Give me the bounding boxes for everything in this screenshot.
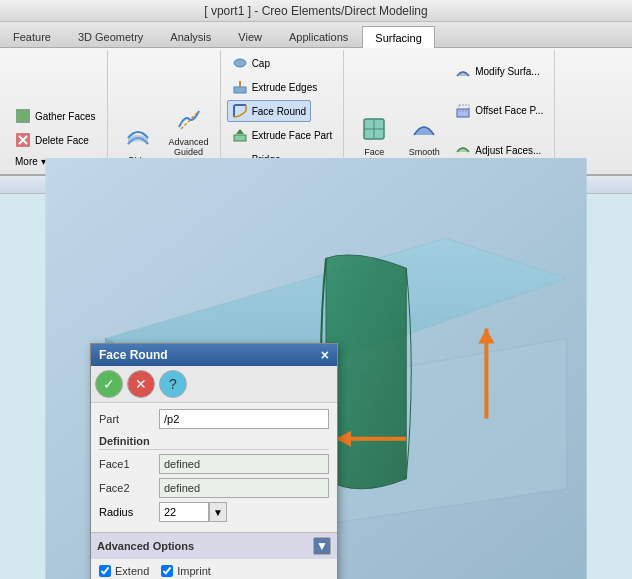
title-bar: [ vport1 ] - Creo Elements/Direct Modeli… [0,0,632,22]
advanced-options-header[interactable]: Advanced Options ▼ [91,532,337,559]
part-label: Part [99,413,159,425]
face2-row: Face2 defined [99,478,329,498]
face-editor-icon [358,113,390,145]
ok-icon: ✓ [103,376,115,392]
face-round-dialog: Face Round × ✓ ✕ ? Part Definition Fac [90,343,338,579]
gather-faces-label: Gather Faces [35,111,96,122]
adjust-faces-icon [455,142,471,158]
tab-feature[interactable]: Feature [0,25,64,47]
adjust-faces-label: Adjust Faces... [475,145,541,156]
dialog-titlebar[interactable]: Face Round × [91,344,337,366]
extrude-edges-label: Extrude Edges [252,82,318,93]
extrude-face-part-label: Extrude Face Part [252,130,333,141]
advanced-guided-icon [173,103,205,135]
offset-face-icon [455,103,471,119]
offset-face-label: Offset Face P... [475,105,543,116]
cancel-icon: ✕ [135,376,147,392]
delete-face-icon [15,132,31,148]
tab-bar: Feature 3D Geometry Analysis View Applic… [0,22,632,48]
extend-row: Extend [99,565,149,577]
smooth-surface-icon [408,113,440,145]
dialog-close-btn[interactable]: × [321,348,329,362]
extend-checkbox[interactable] [99,565,111,577]
ribbon-group-faces: Gather Faces Delete Face More ▾ [4,50,108,172]
dialog-title: Face Round [99,348,168,362]
delete-face-label: Delete Face [35,135,89,146]
cap-icon [232,55,248,71]
ribbon: Gather Faces Delete Face More ▾ [0,48,632,176]
svg-marker-8 [236,129,244,134]
skin-icon [122,122,154,154]
part-input[interactable] [159,409,329,429]
advanced-options-label: Advanced Options [97,540,194,552]
modify-surface-icon [455,64,471,80]
ribbon-group-skin: Skin AdvancedGuidedLoft [108,50,221,172]
imprint-checkbox[interactable] [161,565,173,577]
offset-face-btn[interactable]: Offset Face P... [450,100,548,122]
radius-row: Radius ▼ [99,502,329,522]
delete-face-btn[interactable]: Delete Face [10,129,94,151]
extrude-face-part-icon [232,127,248,143]
gather-faces-icon [15,108,31,124]
face2-label: Face2 [99,482,159,494]
svg-rect-12 [457,109,469,117]
imprint-row: Imprint [161,565,211,577]
title-text: [ vport1 ] - Creo Elements/Direct Modeli… [204,4,427,18]
help-btn[interactable]: ? [159,370,187,398]
cap-label: Cap [252,58,270,69]
svg-rect-7 [234,135,246,141]
extend-label: Extend [115,565,149,577]
ribbon-group-cap: Cap Extrude Edges Face R [221,50,345,172]
face1-row: Face1 defined [99,454,329,474]
gather-faces-btn[interactable]: Gather Faces [10,105,101,127]
part-row: Part [99,409,329,429]
modify-surface-label: Modify Surfa... [475,66,539,77]
dialog-body: Part Definition Face1 defined Face2 defi… [91,403,337,532]
radius-input[interactable] [159,502,209,522]
radius-dropdown-btn[interactable]: ▼ [209,502,227,522]
dialog-toolbar: ✓ ✕ ? [91,366,337,403]
advanced-options-body: Extend Imprint Curv Cont [91,559,337,579]
cancel-btn[interactable]: ✕ [127,370,155,398]
extrude-face-part-btn[interactable]: Extrude Face Part [227,124,338,146]
face-round-icon [232,103,248,119]
cap-btn[interactable]: Cap [227,52,275,74]
help-icon: ? [169,376,177,392]
modify-surface-btn[interactable]: Modify Surfa... [450,61,544,83]
extrude-edges-icon [232,79,248,95]
svg-rect-5 [234,87,246,93]
definition-header: Definition [99,435,329,450]
tab-view[interactable]: View [225,25,275,47]
face-round-btn[interactable]: Face Round [227,100,311,122]
advanced-options-toggle-btn[interactable]: ▼ [313,537,331,555]
face1-label: Face1 [99,458,159,470]
tab-applications[interactable]: Applications [276,25,361,47]
ok-btn[interactable]: ✓ [95,370,123,398]
svg-point-4 [234,59,246,67]
radius-label: Radius [99,506,159,518]
tab-surfacing[interactable]: Surfacing [362,26,434,48]
extrude-edges-btn[interactable]: Extrude Edges [227,76,323,98]
ribbon-group-surface: FaceEditor SmoothSurface Modi [344,50,555,172]
ribbon-inner: Gather Faces Delete Face More ▾ [4,50,628,172]
face2-value[interactable]: defined [159,478,329,498]
tab-analysis[interactable]: Analysis [157,25,224,47]
viewport[interactable]: Face Round × ✓ ✕ ? Part Definition Fac [0,158,632,579]
face-round-label: Face Round [252,106,306,117]
face1-value[interactable]: defined [159,454,329,474]
imprint-label: Imprint [177,565,211,577]
tab-3d-geometry[interactable]: 3D Geometry [65,25,156,47]
